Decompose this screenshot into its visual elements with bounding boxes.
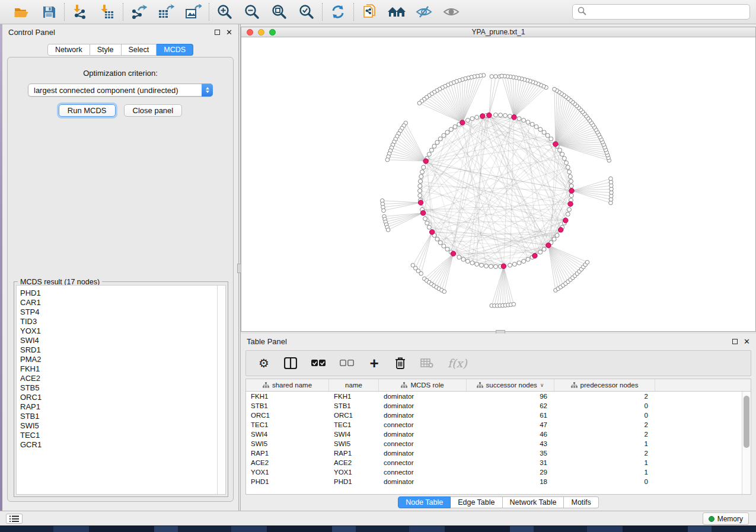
- mcds-result-item[interactable]: TID3: [20, 317, 217, 326]
- task-history-button[interactable]: [6, 514, 23, 524]
- tab-select[interactable]: Select: [122, 44, 157, 56]
- table-settings-button[interactable]: ⚙: [258, 356, 270, 370]
- mcds-hub-node[interactable]: [568, 201, 573, 206]
- save-session-button[interactable]: [40, 4, 57, 20]
- table-row[interactable]: FKH1FKH1dominator962: [246, 392, 742, 401]
- close-table-panel-icon[interactable]: ✕: [744, 338, 750, 345]
- mcds-result-item[interactable]: STB5: [20, 383, 217, 393]
- mcds-result-item[interactable]: FKH1: [20, 364, 217, 374]
- close-window-icon[interactable]: [247, 29, 253, 36]
- mcds-result-item[interactable]: PHD1: [20, 289, 217, 298]
- table-row[interactable]: TEC1TEC1connector472: [246, 420, 742, 430]
- search-field[interactable]: [572, 4, 750, 20]
- add-column-button[interactable]: +: [368, 356, 380, 370]
- tab-edge-table[interactable]: Edge Table: [451, 496, 502, 508]
- table-row[interactable]: ACE2ACE2connector311: [246, 458, 742, 467]
- search-input[interactable]: [590, 8, 745, 16]
- select-all-button[interactable]: [311, 356, 326, 370]
- mcds-hub-node[interactable]: [553, 142, 558, 146]
- float-table-panel-icon[interactable]: [732, 339, 738, 344]
- mcds-hub-node[interactable]: [420, 210, 425, 215]
- zoom-selected-button[interactable]: [298, 4, 315, 20]
- close-panel-icon[interactable]: ✕: [226, 28, 232, 36]
- app-window: Control Panel ✕ Network Style Select MCD…: [0, 0, 756, 532]
- mcds-hub-node[interactable]: [423, 159, 428, 164]
- show-columns-button[interactable]: [284, 356, 297, 370]
- zoom-in-button[interactable]: [216, 4, 233, 20]
- mcds-hub-node[interactable]: [480, 114, 485, 118]
- mcds-hub-node[interactable]: [512, 115, 516, 120]
- clone-network-button[interactable]: [361, 4, 378, 20]
- table-row[interactable]: ORC1ORC1dominator610: [246, 411, 742, 420]
- minimize-window-icon[interactable]: [258, 29, 264, 36]
- criterion-dropdown[interactable]: largest connected component (undirected): [28, 84, 213, 97]
- maximize-window-icon[interactable]: [269, 29, 276, 36]
- tab-motifs[interactable]: Motifs: [564, 496, 598, 508]
- mcds-result-item[interactable]: STP4: [20, 307, 217, 317]
- mcds-hub-node[interactable]: [546, 243, 551, 248]
- home-view-button[interactable]: [388, 4, 405, 20]
- mcds-list-scrollbar[interactable]: [217, 286, 225, 494]
- mcds-result-item[interactable]: GCR1: [20, 440, 217, 450]
- mcds-result-item[interactable]: SWI5: [20, 421, 217, 431]
- tab-network[interactable]: Network: [47, 44, 90, 56]
- mcds-result-item[interactable]: ORC1: [20, 393, 217, 402]
- memory-button[interactable]: Memory: [703, 512, 749, 525]
- export-network-button[interactable]: [130, 4, 147, 20]
- table-scrollbar-thumb[interactable]: [744, 396, 749, 448]
- mcds-hub-node[interactable]: [418, 200, 423, 205]
- table-row[interactable]: YOX1YOX1connector291: [246, 467, 742, 477]
- tab-style[interactable]: Style: [90, 44, 122, 56]
- table-cell: RAP1: [329, 448, 379, 458]
- network-graph[interactable]: [241, 37, 755, 331]
- mcds-result-item[interactable]: STB1: [20, 412, 217, 421]
- table-row[interactable]: SWI4SWI4dominator462: [246, 430, 742, 439]
- table-row[interactable]: RAP1RAP1dominator352: [246, 448, 742, 458]
- table-row[interactable]: SWI5SWI5connector431: [246, 439, 742, 448]
- mcds-hub-node[interactable]: [451, 251, 455, 256]
- mcds-result-item[interactable]: YOX1: [20, 326, 217, 336]
- import-table-button[interactable]: [99, 4, 116, 20]
- tab-node-table[interactable]: Node Table: [398, 496, 451, 508]
- mcds-hub-node[interactable]: [559, 227, 563, 232]
- delete-column-button[interactable]: [394, 356, 406, 370]
- table-row[interactable]: STB1STB1dominator620: [246, 401, 742, 411]
- import-network-button[interactable]: [72, 4, 88, 20]
- refresh-button[interactable]: [330, 4, 346, 20]
- tab-network-table[interactable]: Network Table: [503, 496, 564, 508]
- column-header-name[interactable]: name: [329, 379, 379, 391]
- column-header-shared-name[interactable]: shared name: [246, 379, 329, 391]
- column-header-mcds-role[interactable]: MCDS role: [379, 379, 467, 391]
- zoom-fit-button[interactable]: [271, 4, 288, 20]
- show-graphics-button[interactable]: [443, 4, 460, 20]
- mcds-hub-node[interactable]: [532, 254, 537, 258]
- tab-mcds[interactable]: MCDS: [157, 44, 193, 56]
- table-row[interactable]: PHD1PHD1dominator180: [246, 477, 742, 486]
- mcds-hub-node[interactable]: [429, 230, 434, 235]
- float-panel-icon[interactable]: [215, 30, 220, 35]
- mcds-result-item[interactable]: CAR1: [20, 298, 217, 307]
- mcds-result-item[interactable]: ACE2: [20, 374, 217, 383]
- mcds-result-item[interactable]: TEC1: [20, 431, 217, 440]
- mcds-result-item[interactable]: SRD1: [20, 345, 217, 355]
- network-canvas[interactable]: [241, 37, 755, 331]
- mcds-result-item[interactable]: RAP1: [20, 402, 217, 412]
- export-image-button[interactable]: [185, 4, 202, 20]
- mcds-hub-node[interactable]: [563, 218, 568, 223]
- close-panel-button[interactable]: Close panel: [124, 104, 183, 117]
- mcds-hub-node[interactable]: [487, 113, 492, 117]
- mcds-hub-node[interactable]: [460, 120, 465, 125]
- run-mcds-button[interactable]: Run MCDS: [59, 104, 116, 117]
- hide-graphics-button[interactable]: [416, 4, 432, 20]
- deselect-all-button[interactable]: [340, 356, 354, 370]
- table-scrollbar[interactable]: [742, 392, 751, 494]
- column-header-predecessor-nodes[interactable]: predecessor nodes: [554, 379, 655, 391]
- mcds-result-item[interactable]: PMA2: [20, 355, 217, 364]
- mcds-result-item[interactable]: SWI4: [20, 336, 217, 345]
- zoom-out-button[interactable]: [244, 4, 260, 20]
- mcds-hub-node[interactable]: [569, 188, 574, 193]
- export-table-button[interactable]: [158, 4, 174, 20]
- mcds-hub-node[interactable]: [501, 264, 506, 268]
- column-header-successor-nodes[interactable]: successor nodes ∨: [467, 379, 554, 391]
- open-file-button[interactable]: [13, 4, 30, 20]
